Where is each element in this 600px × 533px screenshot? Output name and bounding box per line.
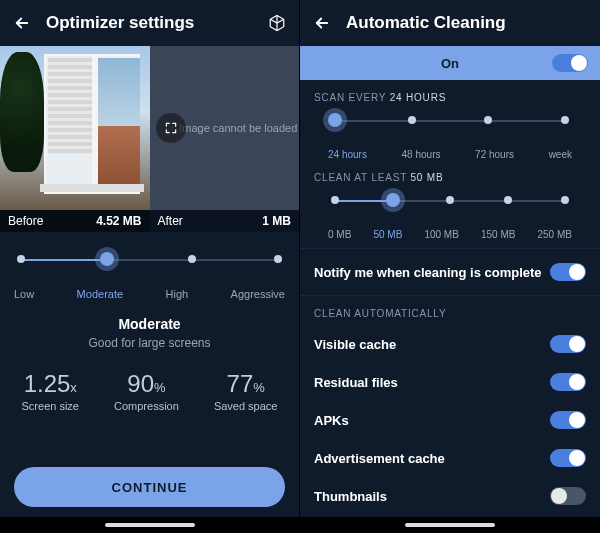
header: Optimizer settings — [0, 0, 299, 46]
scan-title-value: 24 HOURS — [390, 92, 446, 103]
page-title: Optimizer settings — [46, 13, 267, 33]
clean-section: CLEAN AT LEAST 50 MB 0 MB50 MB100 MB150 … — [300, 160, 600, 240]
clean-slider[interactable]: 0 MB50 MB100 MB150 MB250 MB — [314, 193, 586, 240]
page-title: Automatic Cleaning — [346, 13, 588, 33]
stat: 77%Saved space — [214, 370, 278, 412]
slider-stop[interactable] — [271, 252, 285, 266]
auto-item-label: Thumbnails — [314, 489, 387, 504]
cannot-load-text: Image cannot be loaded — [179, 122, 297, 134]
quality-slider[interactable]: LowModerateHighAggressive — [0, 232, 299, 306]
stat: 1.25xScreen size — [22, 370, 79, 412]
notify-row[interactable]: Notify me when cleaning is complete — [300, 248, 600, 296]
auto-item-toggle[interactable] — [550, 449, 586, 467]
slider-tick-label: 50 MB — [373, 229, 402, 240]
auto-item[interactable]: Thumbnails — [300, 477, 600, 515]
continue-button[interactable]: CONTINUE — [14, 467, 285, 507]
header: Automatic Cleaning — [300, 0, 600, 46]
notify-toggle[interactable] — [550, 263, 586, 281]
slider-stop[interactable] — [185, 252, 199, 266]
after-label-bar: After 1 MB — [150, 210, 300, 232]
auto-item-toggle[interactable] — [550, 373, 586, 391]
slider-tick-label: 48 hours — [402, 149, 441, 160]
slider-stop[interactable] — [328, 193, 342, 207]
clean-title-prefix: CLEAN AT LEAST — [314, 172, 407, 183]
slider-stop[interactable] — [443, 193, 457, 207]
auto-item-toggle[interactable] — [550, 411, 586, 429]
auto-item[interactable]: Advertisement cache — [300, 439, 600, 477]
slider-tick-label: 150 MB — [481, 229, 515, 240]
before-label: Before — [8, 214, 43, 228]
nav-bar — [0, 517, 299, 533]
auto-list: Visible cacheResidual filesAPKsAdvertise… — [300, 325, 600, 533]
slider-stop[interactable] — [100, 252, 114, 266]
auto-item-label: Residual files — [314, 375, 398, 390]
optimizer-screen: Optimizer settings Image cannot be loade… — [0, 0, 300, 533]
clean-title-value: 50 MB — [411, 172, 444, 183]
stats-row: 1.25xScreen size90%Compression77%Saved s… — [0, 350, 299, 412]
level-sub: Good for large screens — [0, 336, 299, 350]
slider-tick-label: 72 hours — [475, 149, 514, 160]
on-label: On — [441, 56, 459, 71]
slider-stop[interactable] — [14, 252, 28, 266]
cube-icon[interactable] — [267, 13, 287, 33]
stat-label: Screen size — [22, 400, 79, 412]
stat-value: 90% — [114, 370, 179, 398]
image-compare: Image cannot be loaded Before 4.52 MB Af… — [0, 46, 299, 232]
auto-item-label: Advertisement cache — [314, 451, 445, 466]
back-icon[interactable] — [312, 13, 332, 33]
auto-title: CLEAN AUTOMATICALLY — [300, 296, 600, 325]
master-toggle[interactable] — [552, 54, 588, 72]
slider-tick-label: 100 MB — [424, 229, 458, 240]
nav-bar — [300, 517, 600, 533]
after-label: After — [158, 214, 183, 228]
slider-tick-label: High — [166, 288, 189, 300]
auto-item-toggle[interactable] — [550, 335, 586, 353]
slider-stop[interactable] — [481, 113, 495, 127]
after-size: 1 MB — [262, 214, 291, 228]
back-icon[interactable] — [12, 13, 32, 33]
level-name: Moderate — [0, 316, 299, 332]
master-toggle-bar[interactable]: On — [300, 46, 600, 80]
slider-tick-label: 250 MB — [538, 229, 572, 240]
expand-icon[interactable] — [156, 113, 186, 143]
auto-item-label: Visible cache — [314, 337, 396, 352]
slider-tick-label: 0 MB — [328, 229, 351, 240]
notify-label: Notify me when cleaning is complete — [314, 265, 542, 280]
level-info: Moderate Good for large screens — [0, 306, 299, 350]
slider-stop[interactable] — [558, 113, 572, 127]
after-image: Image cannot be loaded — [150, 46, 300, 210]
slider-stop[interactable] — [405, 113, 419, 127]
slider-stop[interactable] — [501, 193, 515, 207]
stat-value: 1.25x — [22, 370, 79, 398]
slider-tick-label: Moderate — [77, 288, 123, 300]
stat-label: Compression — [114, 400, 179, 412]
slider-tick-label: Aggressive — [231, 288, 285, 300]
before-label-bar: Before 4.52 MB — [0, 210, 150, 232]
slider-tick-label: 24 hours — [328, 149, 367, 160]
slider-tick-label: week — [549, 149, 572, 160]
slider-stop[interactable] — [386, 193, 400, 207]
auto-item[interactable]: Residual files — [300, 363, 600, 401]
scan-title-prefix: SCAN EVERY — [314, 92, 386, 103]
scan-section: SCAN EVERY 24 HOURS 24 hours48 hours72 h… — [300, 80, 600, 160]
before-size: 4.52 MB — [96, 214, 141, 228]
stat-value: 77% — [214, 370, 278, 398]
slider-stop[interactable] — [328, 113, 342, 127]
auto-item[interactable]: APKs — [300, 401, 600, 439]
slider-tick-label: Low — [14, 288, 34, 300]
slider-stop[interactable] — [558, 193, 572, 207]
auto-item-label: APKs — [314, 413, 349, 428]
auto-item-toggle[interactable] — [550, 487, 586, 505]
cleaning-screen: Automatic Cleaning On SCAN EVERY 24 HOUR… — [300, 0, 600, 533]
stat: 90%Compression — [114, 370, 179, 412]
auto-item[interactable]: Visible cache — [300, 325, 600, 363]
stat-label: Saved space — [214, 400, 278, 412]
scan-slider[interactable]: 24 hours48 hours72 hoursweek — [314, 113, 586, 160]
before-image — [0, 46, 150, 210]
